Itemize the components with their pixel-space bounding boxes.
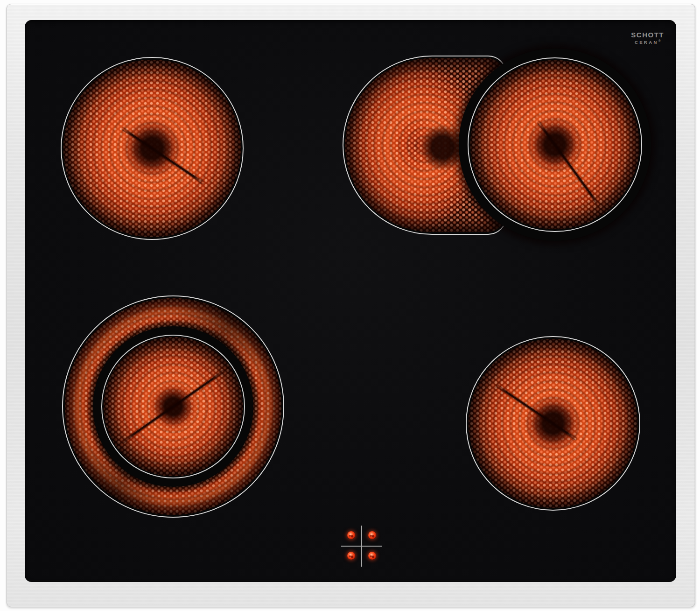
residual-heat-dot xyxy=(347,552,355,560)
residual-heat-dot xyxy=(368,531,376,539)
ceramic-glass-surface: SCHOTT CERAN® xyxy=(25,20,676,582)
brand-logo: SCHOTT CERAN® xyxy=(631,31,664,45)
sensor-bar xyxy=(122,127,204,184)
residual-heat-dot xyxy=(347,531,355,539)
brand-ceran-text: CERAN® xyxy=(631,40,664,45)
sensor-bar xyxy=(121,370,225,443)
burner-rear-left-element xyxy=(63,60,241,237)
brand-schott-text: SCHOTT xyxy=(631,31,664,38)
burner-front-left-inner-circle xyxy=(101,335,245,478)
steel-frame: SCHOTT CERAN® xyxy=(7,4,695,607)
burner-front-left-inner-element xyxy=(104,337,243,476)
product-photo-cooktop: SCHOTT CERAN® xyxy=(0,0,700,611)
sensor-bar xyxy=(538,121,600,205)
burner-front-left xyxy=(62,295,284,518)
burner-front-right-element xyxy=(469,339,637,508)
brand-ceran-word: CERAN xyxy=(635,40,658,45)
registered-trademark-icon: ® xyxy=(658,39,661,42)
burner-rear-right-circle xyxy=(468,57,642,232)
burner-rear-right-circle-element xyxy=(470,60,639,229)
burner-front-right xyxy=(466,336,640,511)
indicator-cross-horizontal xyxy=(341,546,382,547)
sensor-bar xyxy=(497,385,577,440)
burner-rear-left xyxy=(61,57,244,240)
residual-heat-dot xyxy=(368,552,376,560)
